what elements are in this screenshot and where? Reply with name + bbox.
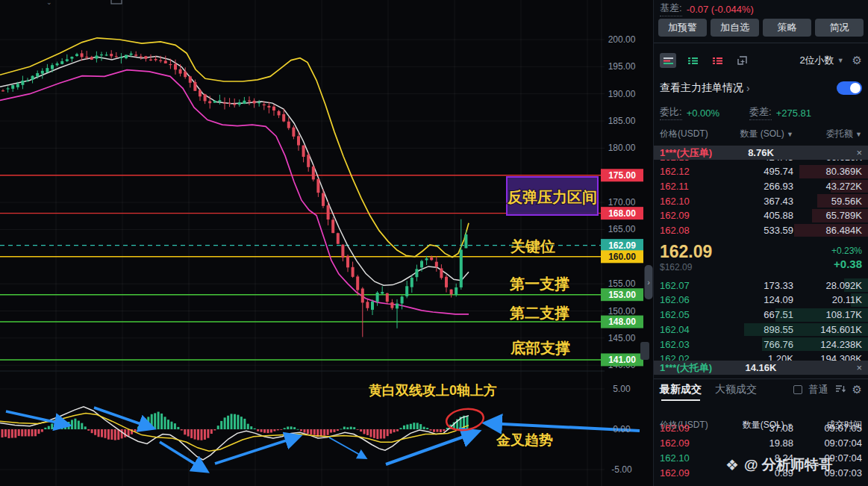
header-qty[interactable]: 数量 (SOL) ▼: [715, 128, 793, 140]
price-chart[interactable]: 200.00195.00190.00185.00180.00170.00165.…: [0, 0, 653, 486]
asks-list: 162.12495.7480.369K162.11266.9343.272K16…: [654, 164, 868, 237]
book-view-asks-icon[interactable]: [709, 53, 725, 68]
ask-row[interactable]: 162.12495.7480.369K: [654, 164, 868, 179]
watermark-text: @ 分析师特哥: [744, 455, 833, 475]
orderbook: 1***(大压单) 8.76K × 162.13 424.43 66.616K …: [654, 146, 868, 375]
bid-row[interactable]: 162.06124.0920.11K: [654, 293, 868, 308]
svg-text:141.00: 141.00: [608, 355, 636, 365]
chart-annotation: 底部支撑: [510, 340, 570, 356]
main-order-row[interactable]: 查看主力挂单情况 ›: [654, 79, 868, 97]
chart-annotation: 第二支撑: [509, 305, 569, 321]
clipped-caret-icon[interactable]: ⌄: [46, 0, 52, 6]
ask-row[interactable]: 162.10367.4359.56K: [654, 193, 868, 208]
svg-text:170.00: 170.00: [608, 197, 636, 208]
main-order-toggle[interactable]: [837, 81, 862, 95]
tab-large-trades[interactable]: 大额成交: [715, 383, 757, 396]
book-view-both-icon[interactable]: [660, 53, 676, 68]
bid-row[interactable]: 162.03766.76124.238K: [654, 337, 868, 352]
main-order-label: 查看主力挂单情况: [660, 81, 743, 95]
trading-app: 200.00195.00190.00185.00180.00170.00165.…: [0, 0, 868, 486]
ask-row[interactable]: 162.11266.9343.272K: [654, 179, 868, 194]
svg-text:162.09: 162.09: [608, 240, 636, 251]
svg-text:5.00: 5.00: [613, 384, 631, 394]
trade-row[interactable]: 162.0937.0809:07:05: [654, 420, 868, 435]
bid-row-clipped[interactable]: 162.02 1.20K 194.308K: [654, 352, 868, 361]
action-buttons: 加预警加自选策略简况: [654, 19, 868, 37]
svg-text:0.00: 0.00: [613, 424, 631, 434]
orderbook-toolbar: 2位小数 ▼ ⚙: [654, 49, 868, 72]
last-price-usd: $162.09: [660, 262, 712, 272]
ask-row[interactable]: 162.09405.8865.789K: [654, 208, 868, 223]
big-buy-qty: 14.16K: [654, 362, 868, 373]
chart-annotation: 金叉趋势: [496, 432, 553, 448]
svg-text:145.00: 145.00: [608, 333, 636, 343]
svg-text:›: ›: [647, 278, 650, 287]
basis-value: -0.07 (-0.044%): [687, 4, 754, 15]
change-value: +0.38: [831, 258, 862, 270]
decimals-label: 2位小数: [799, 54, 834, 67]
close-icon[interactable]: ×: [856, 147, 862, 158]
last-price: 162.09: [660, 243, 712, 261]
weicha-label: 委差:: [749, 105, 772, 120]
brand-diamond-icon: ❖: [725, 456, 739, 474]
trade-row[interactable]: 162.0919.8809:07:04: [654, 435, 868, 450]
svg-text:155.00: 155.00: [608, 278, 636, 289]
panel-button-3[interactable]: 简况: [815, 19, 864, 37]
header-amount[interactable]: 委托额 ▼: [793, 128, 862, 140]
sort-icon[interactable]: [835, 384, 846, 396]
svg-text:195.00: 195.00: [608, 61, 636, 72]
chart-area[interactable]: 200.00195.00190.00185.00180.00170.00165.…: [0, 0, 653, 486]
divider: [654, 43, 868, 43]
svg-text:150.00: 150.00: [608, 306, 636, 317]
divider: [654, 378, 868, 379]
chevron-down-icon: ▼: [837, 57, 844, 64]
watermark: ❖ @ 分析师特哥: [725, 455, 833, 475]
change-percent: +0.23%: [831, 246, 862, 256]
normal-label: 普通: [809, 383, 828, 396]
chart-annotation: 反弹压力区间: [507, 189, 597, 205]
svg-text:200.00: 200.00: [608, 34, 636, 45]
svg-text:185.00: 185.00: [608, 116, 636, 126]
weicha-value: +275.81: [776, 108, 811, 119]
basis-label: 基差:: [660, 1, 682, 16]
basis-row: 基差: -0.07 (-0.044%): [654, 2, 868, 16]
add-panel-icon[interactable]: [734, 53, 750, 68]
big-buy-order-row[interactable]: 1***(大托单) 14.16K ×: [654, 361, 868, 375]
panel-button-0[interactable]: 加预警: [658, 19, 707, 37]
bid-row[interactable]: 162.04898.55145.601K: [654, 323, 868, 337]
decimals-select[interactable]: 2位小数 ▼: [799, 54, 843, 67]
weibi-label: 委比:: [660, 105, 682, 120]
trades-tabs: 最新成交 大额成交 普通 ⚙: [654, 381, 868, 399]
ask-row[interactable]: 162.08533.5986.484K: [654, 223, 868, 238]
tab-latest-trades[interactable]: 最新成交: [660, 383, 702, 396]
ratio-row: 委比: +0.00% 委差: +275.81: [654, 106, 868, 119]
big-sell-qty: 8.76K: [654, 147, 868, 158]
svg-text:168.00: 168.00: [608, 208, 636, 219]
bids-list: 162.07173.3328.092K162.06124.0920.11K162…: [654, 278, 868, 351]
gear-icon[interactable]: ⚙: [852, 54, 862, 67]
svg-text:175.00: 175.00: [608, 170, 636, 181]
orderbook-headers: 价格(USDT) 数量 (SOL) ▼ 委托额 ▼: [654, 128, 868, 140]
order-panel: 基差: -0.07 (-0.044%) 加预警加自选策略简况 2位小数 ▼: [653, 0, 868, 486]
bid-row[interactable]: 162.05667.51108.17K: [654, 308, 868, 323]
gear-icon[interactable]: ⚙: [852, 383, 862, 396]
svg-text:160.00: 160.00: [608, 252, 636, 262]
chart-annotation: 黄白双线攻上0轴上方: [369, 383, 497, 398]
weibi-value: +0.00%: [687, 108, 719, 119]
svg-text:190.00: 190.00: [608, 89, 636, 99]
svg-text:180.00: 180.00: [608, 143, 636, 153]
panel-button-1[interactable]: 加自选: [711, 19, 759, 37]
bid-row[interactable]: 162.07173.3328.092K: [654, 278, 868, 293]
last-price-block: 162.09 $162.09 +0.23% +0.38: [654, 237, 868, 278]
close-icon[interactable]: ×: [856, 362, 862, 373]
panel-button-2[interactable]: 策略: [763, 19, 811, 37]
chevron-right-icon: ›: [746, 82, 750, 94]
scrollbar-thumb[interactable]: [640, 342, 649, 360]
big-sell-order-row[interactable]: 1***(大压单) 8.76K ×: [654, 146, 868, 160]
header-price[interactable]: 价格(USDT): [660, 128, 715, 140]
chart-annotation: 关键位: [510, 238, 555, 255]
book-view-bids-icon[interactable]: [684, 53, 701, 68]
svg-text:148.00: 148.00: [608, 317, 636, 327]
normal-checkbox[interactable]: [793, 385, 802, 394]
chart-annotation: 第一支撑: [509, 275, 569, 292]
